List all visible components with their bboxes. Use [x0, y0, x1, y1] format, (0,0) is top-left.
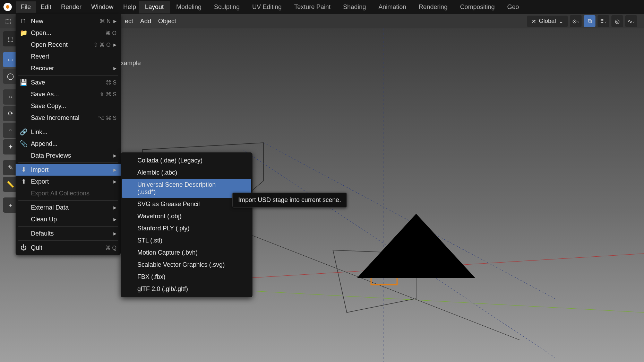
file-link[interactable]: 🔗 Link... [16, 126, 121, 138]
file-new-label: New [31, 18, 95, 25]
proportional-toggle[interactable]: ◎ [611, 15, 623, 27]
file-revert[interactable]: Revert [16, 51, 121, 62]
tab-sculpting[interactable]: Sculpting [208, 1, 246, 14]
tab-uv-editing[interactable]: UV Editing [246, 1, 288, 14]
import-stanford-ply[interactable]: Stanford PLY (.ply) [122, 222, 251, 235]
file-append[interactable]: 📎 Append... [16, 138, 121, 150]
axes-icon: ⤧ [531, 18, 536, 25]
header-menu-select-partial[interactable]: ect [121, 16, 137, 26]
import-gltf[interactable]: glTF 2.0 (.glb/.gltf) [122, 283, 251, 295]
file-import-label: Import [31, 166, 111, 174]
chevron-right-icon: ▸ [113, 64, 117, 72]
menu-window[interactable]: Window [86, 1, 118, 13]
file-append-label: Append... [31, 140, 117, 148]
file-link-label: Link... [31, 129, 117, 136]
file-export-all-collections: Export All Collections [16, 187, 121, 199]
menu-separator [18, 125, 118, 125]
import-fbx[interactable]: FBX (.fbx) [122, 271, 251, 283]
folder-icon: 📁 [20, 29, 27, 37]
tab-shading[interactable]: Shading [337, 1, 372, 14]
shortcut-text: ⌥ ⌘ S [98, 115, 117, 121]
menu-separator [18, 75, 118, 76]
file-quit-label: Quit [31, 244, 101, 251]
chevron-right-icon: ▸ [113, 17, 117, 25]
file-data-previews[interactable]: Data Previews ▸ [16, 150, 121, 161]
tab-layout[interactable]: Layout [139, 1, 170, 14]
file-import[interactable]: ⬇ Import ▸ [16, 164, 121, 176]
menu-file[interactable]: File [16, 1, 36, 13]
file-clean-up[interactable]: Clean Up ▸ [16, 213, 121, 225]
menu-edit[interactable]: Edit [36, 1, 56, 13]
paperclip-icon: 📎 [20, 140, 27, 148]
file-open-label: Open... [31, 29, 101, 37]
file-save[interactable]: 💾 Save ⌘ S [16, 77, 121, 88]
file-open-recent-label: Open Recent [31, 41, 89, 48]
import-bvh[interactable]: Motion Capture (.bvh) [122, 247, 251, 259]
chevron-right-icon: ▸ [113, 204, 117, 211]
tab-modeling[interactable]: Modeling [170, 1, 208, 14]
shortcut-text: ⌘ S [106, 79, 117, 86]
file-defaults-label: Defaults [31, 230, 111, 237]
import-wavefront[interactable]: Wavefront (.obj) [122, 210, 251, 222]
export-icon: ⬆ [20, 178, 27, 185]
tab-animation[interactable]: Animation [372, 1, 412, 14]
pivot-dropdown[interactable]: ⊙⌄ [570, 15, 582, 27]
chevron-right-icon: ▸ [113, 166, 117, 174]
file-export-all-label: Export All Collections [31, 190, 117, 197]
menu-separator [18, 162, 118, 163]
tab-geometry[interactable]: Geo [501, 1, 525, 14]
file-save-incremental[interactable]: Save Incremental ⌥ ⌘ S [16, 112, 121, 124]
header-menu-add[interactable]: Add [137, 16, 155, 26]
power-icon: ⏻ [20, 244, 27, 251]
tab-compositing[interactable]: Compositing [454, 1, 501, 14]
link-icon: 🔗 [20, 128, 27, 136]
menu-separator [18, 226, 118, 227]
file-external-data[interactable]: External Data ▸ [16, 202, 121, 213]
file-quit[interactable]: ⏻ Quit ⌘ Q [16, 242, 121, 254]
file-save-copy-label: Save Copy... [31, 103, 117, 110]
shortcut-text: ⇧ ⌘ O [93, 42, 111, 48]
orientation-dropdown[interactable]: ⤧ Global ⌄ [527, 16, 568, 27]
import-svg[interactable]: Scalable Vector Graphics (.svg) [122, 259, 251, 271]
shortcut-text: ⌘ Q [105, 245, 117, 251]
file-recover-label: Recover [31, 65, 111, 72]
file-export[interactable]: ⬆ Export ▸ [16, 176, 121, 187]
orientation-label: Global [539, 18, 556, 25]
app-logo-icon [3, 3, 12, 11]
menu-render[interactable]: Render [56, 1, 86, 13]
new-file-icon: 🗋 [20, 17, 27, 25]
file-data-previews-label: Data Previews [31, 152, 111, 159]
import-collada[interactable]: Collada (.dae) (Legacy) [122, 154, 251, 167]
file-save-label: Save [31, 79, 102, 86]
file-recover[interactable]: Recover ▸ [16, 62, 121, 74]
header-menu-object[interactable]: Object [155, 16, 180, 26]
menu-help[interactable]: Help [118, 1, 141, 13]
file-export-label: Export [31, 178, 111, 185]
file-save-as[interactable]: Save As... ⇧ ⌘ S [16, 88, 121, 100]
file-external-data-label: External Data [31, 204, 111, 211]
proportional-dropdown[interactable]: ∿⌄ [625, 15, 637, 27]
snap-toggle[interactable]: ⧉ [584, 15, 595, 27]
chevron-right-icon: ▸ [113, 230, 117, 237]
menu-separator [18, 200, 118, 201]
import-svg-grease-pencil[interactable]: SVG as Grease Pencil [122, 198, 251, 210]
chevron-right-icon: ▸ [113, 215, 117, 223]
file-save-inc-label: Save Incremental [31, 114, 94, 122]
editor-type-icon[interactable]: ⬚ [2, 15, 14, 27]
file-defaults[interactable]: Defaults ▸ [16, 228, 121, 239]
snap-dropdown[interactable]: ⠿⌄ [598, 15, 609, 27]
tab-texture-paint[interactable]: Texture Paint [288, 1, 337, 14]
file-save-copy[interactable]: Save Copy... [16, 100, 121, 112]
import-usd[interactable]: Universal Scene Description (.usd*) [122, 179, 251, 198]
file-save-as-label: Save As... [31, 91, 95, 98]
import-icon: ⬇ [20, 166, 27, 174]
shortcut-text: ⌘ O [105, 30, 117, 36]
file-open[interactable]: 📁 Open... ⌘ O [16, 27, 121, 39]
scene-triangle-mesh [357, 214, 475, 278]
import-alembic[interactable]: Alembic (.abc) [122, 167, 251, 179]
file-new[interactable]: 🗋 New ⌘ N ▸ [16, 15, 121, 27]
tab-rendering[interactable]: Rendering [412, 1, 454, 14]
file-open-recent[interactable]: Open Recent ⇧ ⌘ O ▸ [16, 39, 121, 51]
shortcut-text: ⇧ ⌘ S [100, 91, 117, 98]
import-stl[interactable]: STL (.stl) [122, 235, 251, 247]
